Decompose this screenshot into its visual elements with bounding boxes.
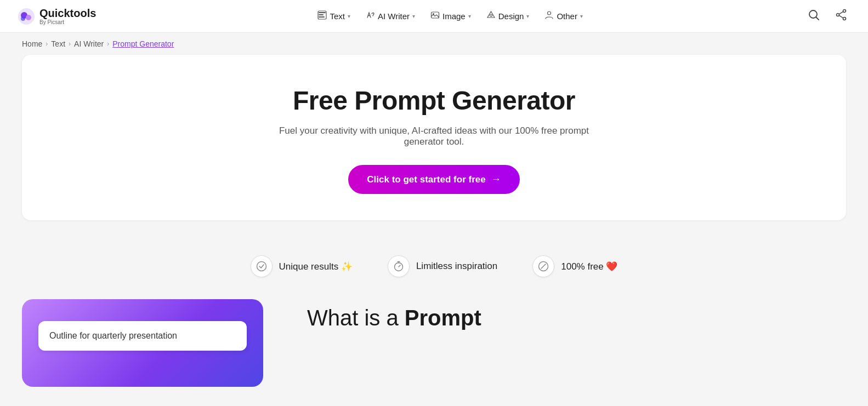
logo-text: Quicktools By Picsart bbox=[39, 7, 96, 25]
svg-line-25 bbox=[541, 264, 546, 268]
feature-unique: Unique results ✨ bbox=[251, 255, 353, 277]
svg-rect-5 bbox=[319, 14, 324, 15]
svg-rect-4 bbox=[319, 12, 326, 13]
free-label: 100% free ❤️ bbox=[561, 261, 617, 272]
nav-item-ai-writer[interactable]: AI Writer ▾ bbox=[359, 6, 422, 26]
nav-item-design[interactable]: Design ▾ bbox=[480, 6, 536, 26]
header: Quicktools By Picsart Text ▾ AI Writer ▾… bbox=[0, 0, 868, 33]
main-nav: Text ▾ AI Writer ▾ Image ▾ Design ▾ bbox=[311, 6, 589, 26]
svg-point-15 bbox=[843, 18, 846, 20]
check-circle-icon bbox=[256, 261, 267, 272]
other-icon bbox=[544, 10, 554, 22]
breadcrumb-sep-2: › bbox=[69, 40, 71, 48]
svg-point-2 bbox=[26, 15, 31, 20]
logo[interactable]: Quicktools By Picsart bbox=[18, 7, 96, 25]
limitless-icon-circle bbox=[388, 255, 410, 277]
breadcrumb-sep-3: › bbox=[107, 40, 109, 48]
svg-point-10 bbox=[490, 14, 492, 16]
nav-item-image[interactable]: Image ▾ bbox=[424, 6, 478, 26]
feature-free: 100% free ❤️ bbox=[532, 255, 617, 277]
hero-title: Free Prompt Generator bbox=[44, 85, 824, 116]
breadcrumb-current: Prompt Generator bbox=[112, 39, 174, 48]
timer-icon bbox=[393, 261, 404, 272]
free-icon-circle bbox=[532, 255, 554, 277]
free-icon bbox=[538, 261, 549, 272]
features-section: Unique results ✨ Limitless inspiration 1… bbox=[0, 233, 868, 299]
other-chevron-icon: ▾ bbox=[580, 13, 583, 19]
cta-arrow-icon: → bbox=[491, 174, 501, 185]
design-chevron-icon: ▾ bbox=[526, 13, 529, 19]
feature-limitless: Limitless inspiration bbox=[388, 255, 497, 277]
nav-item-other[interactable]: Other ▾ bbox=[538, 6, 589, 26]
nav-right bbox=[804, 5, 850, 27]
nav-item-text[interactable]: Text ▾ bbox=[311, 6, 357, 26]
svg-point-19 bbox=[257, 262, 266, 271]
unique-label: Unique results ✨ bbox=[279, 261, 353, 272]
search-button[interactable] bbox=[804, 5, 823, 27]
svg-line-18 bbox=[839, 15, 843, 18]
breadcrumb-home[interactable]: Home bbox=[22, 39, 42, 48]
hero-section: Free Prompt Generator Fuel your creativi… bbox=[22, 55, 846, 220]
what-is-section: What is a Prompt bbox=[307, 299, 846, 331]
demo-input[interactable] bbox=[38, 321, 247, 351]
breadcrumb: Home › Text › AI Writer › Prompt Generat… bbox=[0, 33, 868, 55]
ai-writer-chevron-icon: ▾ bbox=[412, 13, 415, 19]
share-button[interactable] bbox=[832, 5, 850, 27]
svg-line-17 bbox=[839, 12, 843, 14]
breadcrumb-sep-1: › bbox=[46, 40, 48, 48]
logo-icon bbox=[18, 8, 35, 25]
image-chevron-icon: ▾ bbox=[468, 13, 471, 19]
bottom-section: What is a Prompt bbox=[0, 299, 868, 387]
hero-subtitle: Fuel your creativity with unique, AI-cra… bbox=[270, 125, 599, 147]
text-chevron-icon: ▾ bbox=[348, 13, 350, 19]
search-icon bbox=[808, 9, 820, 21]
svg-line-22 bbox=[399, 265, 400, 267]
ai-writer-icon bbox=[366, 10, 375, 22]
svg-point-3 bbox=[21, 16, 25, 21]
svg-point-11 bbox=[548, 12, 551, 15]
design-icon bbox=[486, 10, 496, 22]
breadcrumb-text[interactable]: Text bbox=[51, 39, 65, 48]
breadcrumb-ai-writer[interactable]: AI Writer bbox=[74, 39, 104, 48]
text-icon bbox=[317, 10, 327, 22]
limitless-label: Limitless inspiration bbox=[416, 261, 497, 272]
share-icon bbox=[835, 9, 847, 21]
svg-point-16 bbox=[836, 14, 839, 16]
svg-rect-6 bbox=[319, 16, 325, 18]
unique-icon-circle bbox=[251, 255, 273, 277]
image-icon bbox=[430, 10, 440, 22]
cta-button[interactable]: Click to get started for free → bbox=[348, 165, 519, 194]
demo-card bbox=[22, 299, 263, 387]
what-is-title: What is a Prompt bbox=[307, 305, 846, 331]
svg-point-14 bbox=[843, 10, 846, 13]
svg-line-13 bbox=[816, 18, 819, 20]
